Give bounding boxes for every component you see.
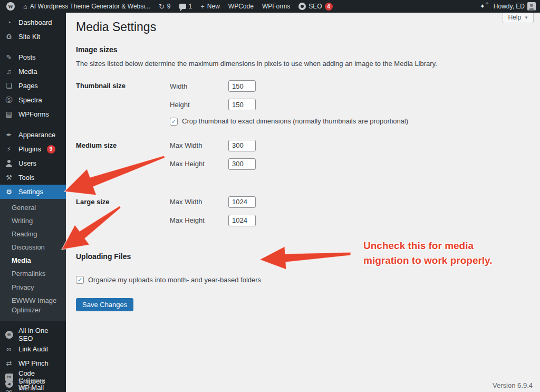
sidebar-item-settings[interactable]: ⚙ Settings [0,185,66,199]
appearance-icon: ✒ [4,131,14,138]
sidebar-label: Appearance [18,131,55,139]
width-label: Width [170,82,228,90]
sidebar-item-plugins[interactable]: ⚡ Plugins 9 [0,142,66,156]
sidebar-item-all-in-one-seo[interactable]: ⊕ All in One SEO [0,328,66,342]
large-size-row: Large size Max Width Max Height [76,196,529,233]
sidebar-label: Link Audit [18,345,48,353]
seo-label: SEO [308,3,322,10]
updates-count: 9 [167,3,171,10]
medium-max-width-input[interactable] [228,140,256,151]
thumbnail-height-input[interactable] [228,99,256,110]
plugins-icon: ⚡ [4,146,14,152]
organize-uploads-checkbox[interactable]: ✓ [76,276,84,284]
medium-size-row: Medium size Max Width Max Height [76,140,529,177]
page-title: Media Settings [76,20,529,34]
medium-size-label: Medium size [76,140,170,177]
chevron-down-icon: ▼ [524,15,528,20]
updates-menu[interactable]: ↻ 9 [155,0,175,13]
wpforms-menu[interactable]: WPForms [258,0,294,13]
thumbnail-height-field: Height [170,99,408,110]
sidebar-item-spectra[interactable]: Ⓢ Spectra [0,93,66,107]
wpcode-menu[interactable]: WPCode [224,0,258,13]
settings-submenu: General Writing Reading Discussion Media… [0,199,66,321]
seo-menu[interactable]: SEO 4 [294,0,336,13]
all-in-one-seo-icon: ⊕ [5,331,13,339]
submenu-item-general[interactable]: General [0,201,66,214]
sidebar-label: Spectra [18,96,42,104]
comments-menu[interactable]: 1 [175,0,197,13]
main-content: Help ▼ Media Settings Image sizes The si… [66,13,540,392]
medium-max-height-field: Max Height [170,158,256,170]
organize-uploads-label: Organize my uploads into month- and year… [88,276,261,284]
media-icon: ♫ [4,68,14,75]
wordpress-logo-icon: W [6,2,15,11]
medium-max-height-input[interactable] [228,158,256,170]
save-changes-button[interactable]: Save Changes [76,298,133,311]
sidebar-item-media[interactable]: ♫ Media [0,64,66,79]
organize-uploads-option: ✓ Organize my uploads into month- and ye… [76,276,529,284]
sidebar-label: WP Pinch [18,359,49,367]
sidebar-item-tools[interactable]: ⚒ Tools [0,170,66,185]
admin-bar-right: ✦✧ Howdy, ED [476,0,540,13]
comments-icon [179,4,186,9]
sidebar-item-site-kit[interactable]: G Site Kit [0,30,66,44]
sidebar-item-posts[interactable]: ✎ Posts [0,50,66,64]
sidebar-label: Site Kit [18,33,40,41]
large-max-width-field: Max Width [170,196,256,208]
site-title: AI Wordpress Theme Generator & Websi... [30,3,150,10]
updates-icon: ↻ [159,3,165,10]
sidebar-item-users[interactable]: Users [0,156,66,170]
sidebar-item-dashboard[interactable]: ◔ Dashboard [0,15,66,30]
seo-notification-badge: 4 [325,3,333,11]
collapse-arrow-icon: ◀ [5,380,13,388]
submenu-item-writing[interactable]: Writing [0,214,66,227]
sidebar-item-wp-pinch[interactable]: ⇄ WP Pinch [0,356,66,370]
sidebar-label: Media [18,68,37,75]
new-content-menu[interactable]: + New [196,0,224,13]
dashboard-icon: ◔ [4,19,14,26]
submenu-item-reading[interactable]: Reading [0,227,66,241]
submenu-item-permalinks[interactable]: Permalinks [0,267,66,281]
large-size-label: Large size [76,196,170,233]
thumbnail-width-input[interactable] [228,80,256,92]
sidebar-label: Plugins [18,145,41,153]
collapse-label: Collapse Menu [18,376,62,392]
large-max-width-input[interactable] [228,196,256,208]
thumbnail-width-field: Width [170,80,408,92]
site-name-menu[interactable]: ⌂ AI Wordpress Theme Generator & Websi..… [19,0,155,13]
sidebar-item-link-audit[interactable]: ∞ Link Audit [0,342,66,356]
crop-thumbnail-checkbox[interactable]: ✓ [170,118,178,126]
submenu-item-discussion[interactable]: Discussion [0,241,66,254]
avatar [527,2,536,11]
seo-gauge-icon [298,3,306,10]
sidebar-item-wpforms[interactable]: ▤ WPForms [0,107,66,121]
large-max-height-input[interactable] [228,215,256,226]
spectra-icon: Ⓢ [4,97,14,103]
submenu-item-media[interactable]: Media [0,254,66,267]
settings-icon: ⚙ [4,188,14,195]
link-icon: ∞ [4,346,14,352]
submenu-item-ewww-image-optimizer[interactable]: EWWW Image Optimizer [0,294,66,317]
help-button[interactable]: Help ▼ [503,13,534,23]
pages-icon: ❏ [4,82,14,89]
max-height-label: Max Height [170,160,228,168]
version-text: Version 6.9.4 [493,381,533,389]
admin-bar: W ⌂ AI Wordpress Theme Generator & Websi… [0,0,540,13]
home-icon: ⌂ [23,3,27,10]
sidebar-item-pages[interactable]: ❏ Pages [0,79,66,93]
image-sizes-heading: Image sizes [76,45,529,54]
annotation-note: Uncheck this for media migration to work… [363,238,503,267]
sidebar-label: Posts [18,53,36,61]
collapse-menu-button[interactable]: ◀ Collapse Menu [0,377,66,391]
account-menu[interactable]: Howdy, ED [489,0,540,13]
wordpress-menu[interactable]: W [2,0,19,13]
sidebar-label: Settings [18,188,43,196]
sidebar-label: Dashboard [18,18,52,26]
help-label: Help [508,14,521,21]
submenu-item-privacy[interactable]: Privacy [0,281,66,294]
sidebar-item-appearance[interactable]: ✒ Appearance [0,128,66,142]
new-label: New [207,3,220,10]
comments-count: 1 [189,3,192,10]
height-label: Height [170,101,228,109]
ai-sparkles-icon[interactable]: ✦✧ [476,3,489,10]
